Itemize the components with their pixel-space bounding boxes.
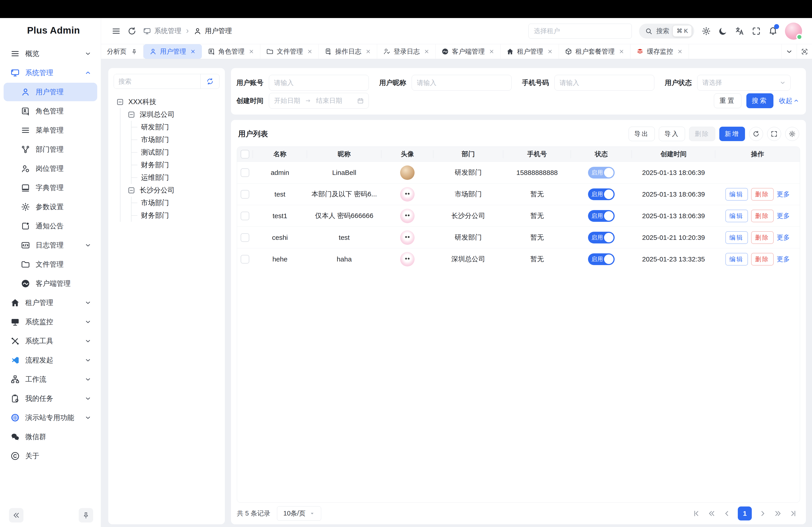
phone-input[interactable] <box>554 75 654 91</box>
pin-icon[interactable] <box>131 48 137 55</box>
sidebar-item-overview[interactable]: 概览 <box>4 44 97 63</box>
pin-sidebar-button[interactable] <box>79 508 93 523</box>
close-icon[interactable] <box>619 49 624 54</box>
sidebar-item-log-management[interactable]: 日志管理 <box>4 236 97 255</box>
delete-row-button[interactable]: 删除 <box>751 231 774 244</box>
tree-node-dept[interactable]: 市场部门 <box>131 197 219 209</box>
sidebar-item-user-management[interactable]: 用户管理 <box>4 83 97 101</box>
edit-button[interactable]: 编辑 <box>725 231 748 244</box>
tree-node-dept[interactable]: 测试部门 <box>131 146 219 159</box>
row-checkbox[interactable] <box>241 255 249 264</box>
export-button[interactable]: 导出 <box>629 127 655 141</box>
tree-node-dept[interactable]: 财务部门 <box>131 159 219 171</box>
jump-forward-button[interactable] <box>773 509 782 518</box>
delete-row-button[interactable]: 删除 <box>751 210 774 222</box>
import-button[interactable]: 导入 <box>659 127 685 141</box>
sidebar-item-workflow[interactable]: 工作流 <box>4 370 97 389</box>
row-checkbox[interactable] <box>241 233 249 242</box>
status-select[interactable]: 请选择 <box>697 75 791 91</box>
delete-row-button[interactable]: 删除 <box>751 188 774 201</box>
close-icon[interactable] <box>249 49 254 54</box>
row-checkbox[interactable] <box>241 168 249 177</box>
sidebar-item-wechat-group[interactable]: 微信群 <box>4 427 97 446</box>
tab-analysis-page[interactable]: 分析页 <box>101 44 143 59</box>
first-page-button[interactable] <box>692 509 701 518</box>
tab-client-management[interactable]: 客户端管理 <box>436 44 501 59</box>
tab-tenant-package-management[interactable]: 租户套餐管理 <box>559 44 630 59</box>
tree-node-dept[interactable]: 研发部门 <box>131 121 219 133</box>
collapse-filters-link[interactable]: 收起 <box>779 96 799 105</box>
sidebar-item-parameter-settings[interactable]: 参数设置 <box>4 198 97 216</box>
previous-page-button[interactable] <box>723 509 731 518</box>
add-button[interactable]: 新增 <box>719 127 745 141</box>
more-link[interactable]: 更多 <box>777 190 790 199</box>
tab-file-management[interactable]: 文件管理 <box>260 44 319 59</box>
close-icon[interactable] <box>190 49 196 54</box>
tab-cache-monitor[interactable]: 缓存监控 <box>630 44 689 59</box>
tenant-select-input[interactable] <box>528 24 632 39</box>
sidebar-item-menu-management[interactable]: 菜单管理 <box>4 121 97 139</box>
sidebar-item-my-tasks[interactable]: 我的任务 <box>4 389 97 408</box>
more-link[interactable]: 更多 <box>777 211 790 221</box>
status-toggle[interactable]: 启用 <box>588 167 615 179</box>
language-translate-icon[interactable] <box>735 26 744 36</box>
settings-gear-icon[interactable] <box>701 26 711 36</box>
global-search-button[interactable]: 搜索 ⌘ K <box>639 24 694 39</box>
more-link[interactable]: 更多 <box>777 233 790 242</box>
collapse-sidebar-button[interactable] <box>9 508 24 523</box>
collapse-box-icon[interactable] <box>128 187 135 194</box>
next-page-button[interactable] <box>758 509 767 518</box>
tab-list-dropdown-button[interactable] <box>781 44 797 59</box>
row-checkbox[interactable] <box>241 212 249 220</box>
fullscreen-icon[interactable] <box>752 26 761 36</box>
reset-button[interactable]: 重置 <box>714 93 741 108</box>
last-page-button[interactable] <box>789 509 798 518</box>
close-icon[interactable] <box>424 49 430 54</box>
status-toggle[interactable]: 启用 <box>588 232 615 243</box>
page-size-select[interactable]: 10条/页 <box>277 506 321 521</box>
collapse-box-icon[interactable] <box>128 111 135 118</box>
tree-node-company[interactable]: 深圳总公司 <box>128 108 219 121</box>
search-button[interactable]: 搜索 <box>746 93 773 108</box>
sidebar-item-dictionary-management[interactable]: 字典管理 <box>4 179 97 197</box>
sidebar-item-process-initiation[interactable]: 流程发起 <box>4 351 97 370</box>
select-all-checkbox[interactable] <box>241 150 249 159</box>
content-fullscreen-button[interactable] <box>797 44 812 59</box>
status-toggle[interactable]: 启用 <box>588 210 615 222</box>
delete-row-button[interactable]: 删除 <box>751 253 774 266</box>
tree-node-dept[interactable]: 财务部门 <box>131 209 219 222</box>
edit-button[interactable]: 编辑 <box>725 210 748 222</box>
close-icon[interactable] <box>677 49 683 54</box>
sidebar-item-client-management[interactable]: 客户端管理 <box>4 274 97 293</box>
tree-refresh-button[interactable] <box>200 74 219 89</box>
account-input[interactable] <box>269 75 369 91</box>
hamburger-menu-icon[interactable] <box>112 26 121 36</box>
refresh-page-icon[interactable] <box>127 26 137 36</box>
more-link[interactable]: 更多 <box>777 255 790 264</box>
status-toggle[interactable]: 启用 <box>588 253 615 265</box>
notifications-button[interactable] <box>768 26 778 36</box>
delete-button[interactable]: 删除 <box>689 127 715 141</box>
tab-operation-log[interactable]: 操作日志 <box>319 44 377 59</box>
tree-node-dept[interactable]: 市场部门 <box>131 133 219 146</box>
sidebar-item-file-management[interactable]: 文件管理 <box>4 255 97 274</box>
edit-button[interactable]: 编辑 <box>725 253 748 266</box>
row-checkbox[interactable] <box>241 190 249 199</box>
tab-tenant-management[interactable]: 租户管理 <box>501 44 559 59</box>
sidebar-item-post-management[interactable]: 岗位管理 <box>4 160 97 178</box>
tree-node-dept[interactable]: 运维部门 <box>131 171 219 184</box>
sidebar-item-demo-features[interactable]: 演示站专用功能 <box>4 408 97 427</box>
tab-role-management[interactable]: 角色管理 <box>202 44 260 59</box>
tree-search-input[interactable] <box>114 74 200 89</box>
sidebar-item-tenant-management[interactable]: 租户管理 <box>4 293 97 312</box>
sidebar-item-about[interactable]: 关于 <box>4 447 97 465</box>
collapse-box-icon[interactable] <box>116 98 124 106</box>
edit-button[interactable]: 编辑 <box>725 188 748 201</box>
sidebar-item-notice-announcement[interactable]: 通知公告 <box>4 217 97 235</box>
close-icon[interactable] <box>547 49 553 54</box>
dark-mode-moon-icon[interactable] <box>718 26 728 36</box>
tree-node-root[interactable]: XXX科技 <box>116 95 219 108</box>
status-toggle[interactable]: 启用 <box>588 189 615 200</box>
jump-back-button[interactable] <box>707 509 716 518</box>
sidebar-item-system-tools[interactable]: 系统工具 <box>4 332 97 350</box>
